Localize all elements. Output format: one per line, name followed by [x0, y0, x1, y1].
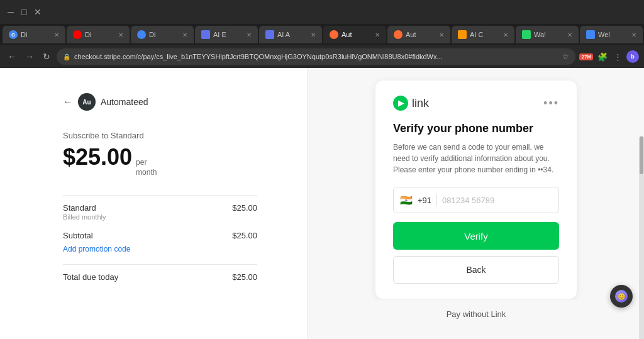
ext-badge: 27M — [579, 53, 593, 60]
scrollbar-thumb — [640, 136, 643, 174]
close-icon[interactable]: ✕ — [31, 7, 44, 17]
tab-4[interactable]: AI E ✕ — [195, 26, 258, 43]
tab-8[interactable]: AI C ✕ — [452, 26, 514, 43]
subtotal-row: Subtotal $25.00 — [63, 231, 257, 240]
refresh-nav-button[interactable]: ↻ — [40, 50, 53, 63]
tab-bar: G Di ✕ Di ✕ Di ✕ AI E ✕ AI A ✕ Aut ✕ Aut… — [0, 24, 644, 45]
subtotal-section: Subtotal $25.00 Add promotion code — [63, 231, 257, 254]
line-item-sublabel: Billed monthly — [63, 213, 106, 221]
verify-button[interactable]: Verify — [393, 222, 559, 250]
tab-close-7[interactable]: ✕ — [439, 31, 444, 38]
profile-avatar[interactable]: b — [626, 50, 639, 63]
back-button[interactable]: ← — [63, 96, 73, 108]
subtotal-amount: $25.00 — [232, 231, 257, 240]
price-period: per month — [136, 158, 157, 177]
tab-5[interactable]: AI A ✕ — [259, 26, 322, 43]
flag-emoji: 🇮🇳 — [400, 194, 413, 206]
brand-header: ← Au Automateed — [63, 93, 257, 111]
divider-1 — [63, 195, 257, 196]
tab-close-10[interactable]: ✕ — [631, 31, 636, 38]
browser-bar: ─ □ ✕ — [0, 0, 644, 24]
tab-close-6[interactable]: ✕ — [375, 31, 380, 38]
scrollbar[interactable] — [639, 136, 644, 339]
tab-close-9[interactable]: ✕ — [567, 31, 572, 38]
right-panel: ▶ link ••• Verify your phone number Befo… — [308, 68, 644, 339]
brand-name: Automateed — [101, 97, 148, 107]
menu-icon[interactable]: ⋮ — [612, 51, 624, 63]
price-main: $25.00 — [63, 144, 132, 170]
tab-close-3[interactable]: ✕ — [182, 31, 187, 38]
address-bar[interactable]: 🔒 checkout.stripe.com/c/pay/cs_live_b1nT… — [57, 48, 575, 65]
tab-close-5[interactable]: ✕ — [311, 31, 316, 38]
tab-9[interactable]: Wa! ✕ — [516, 26, 579, 43]
brand-logo: Au — [78, 93, 96, 111]
tab-2[interactable]: Di ✕ — [67, 26, 130, 43]
verify-title: Verify your phone number — [393, 122, 559, 135]
address-text: checkout.stripe.com/c/pay/cs_live_b1nTEY… — [74, 53, 558, 60]
tab-1[interactable]: G Di ✕ — [3, 26, 65, 43]
forward-nav-button[interactable]: → — [23, 50, 36, 63]
back-nav-button[interactable]: ← — [5, 50, 19, 63]
extensions-icon[interactable]: 🧩 — [596, 51, 609, 63]
minimize-icon[interactable]: ─ — [5, 7, 16, 17]
total-label: Total due today — [63, 272, 118, 282]
verify-desc: Before we can send a code to your email,… — [393, 142, 559, 175]
link-icon: ▶ — [393, 96, 408, 111]
phone-placeholder: 081234 56789 — [442, 196, 494, 205]
tab-close-8[interactable]: ✕ — [503, 31, 508, 38]
price-row: $25.00 per month — [63, 144, 257, 177]
pay-without-link-text[interactable]: Pay without Link — [447, 309, 506, 319]
tab-6-active[interactable]: Aut ✕ — [323, 26, 386, 43]
tab-close-4[interactable]: ✕ — [247, 31, 252, 38]
link-card-header: ▶ link ••• — [393, 96, 559, 111]
subtotal-label: Subtotal — [63, 231, 93, 240]
line-item-amount: $25.00 — [232, 203, 257, 213]
tab-close-1[interactable]: ✕ — [54, 31, 59, 38]
add-promotion-code-link[interactable]: Add promotion code — [63, 245, 130, 253]
tab-3[interactable]: Di ✕ — [131, 26, 194, 43]
country-code: +91 — [418, 196, 431, 205]
link-logo: ▶ link — [393, 96, 429, 111]
pay-without-link-section: Pay without Link — [375, 299, 577, 323]
link-card: ▶ link ••• Verify your phone number Befo… — [375, 81, 577, 299]
line-item-label: Standard — [63, 203, 106, 213]
tab-close-2[interactable]: ✕ — [118, 31, 123, 38]
nav-bar: ← → ↻ 🔒 checkout.stripe.com/c/pay/cs_liv… — [0, 45, 644, 68]
chat-widget-button[interactable]: 😊 — [610, 285, 633, 308]
total-amount: $25.00 — [232, 272, 257, 282]
chat-inner-icon: 😊 — [615, 290, 628, 303]
maximize-icon[interactable]: □ — [19, 7, 29, 17]
star-icon[interactable]: ☆ — [562, 52, 569, 61]
subscribe-label: Subscribe to Standard — [63, 131, 257, 140]
back-button-link[interactable]: Back — [393, 256, 559, 284]
tab-7[interactable]: Aut ✕ — [387, 26, 450, 43]
lock-icon: 🔒 — [63, 53, 70, 60]
phone-input-wrapper[interactable]: 🇮🇳 +91 081234 56789 — [393, 187, 559, 213]
total-row: Total due today $25.00 — [63, 264, 257, 282]
left-panel: ← Au Automateed Subscribe to Standard $2… — [0, 68, 308, 339]
line-item-standard: Standard Billed monthly $25.00 — [63, 203, 257, 221]
more-options-button[interactable]: ••• — [543, 97, 559, 110]
phone-input-divider — [436, 194, 437, 206]
page-content: ← Au Automateed Subscribe to Standard $2… — [0, 68, 644, 339]
nav-icons: 27M 🧩 ⋮ b — [579, 50, 639, 63]
link-logo-text: link — [412, 97, 429, 110]
tab-10[interactable]: Wel ✕ — [580, 26, 643, 43]
